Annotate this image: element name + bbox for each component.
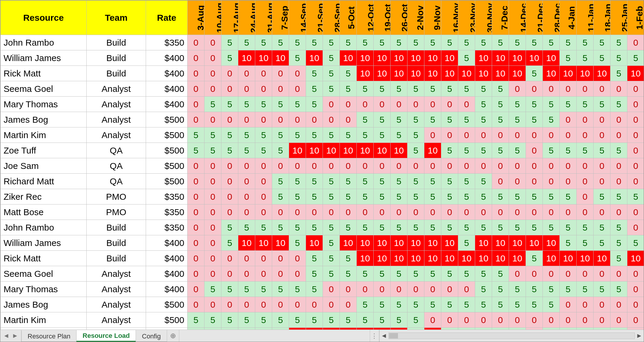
load-cell[interactable]: 0 bbox=[594, 81, 610, 97]
load-cell[interactable]: 10 bbox=[492, 251, 509, 266]
load-cell[interactable]: 5 bbox=[594, 189, 610, 204]
rate-cell[interactable]: $400 bbox=[146, 235, 188, 251]
rate-cell[interactable]: $400 bbox=[146, 66, 188, 81]
load-cell[interactable]: 0 bbox=[204, 50, 221, 66]
load-cell[interactable]: 10 bbox=[407, 251, 424, 266]
load-cell[interactable]: 5 bbox=[289, 97, 306, 112]
load-cell[interactable]: 10 bbox=[424, 143, 441, 158]
load-cell[interactable]: 0 bbox=[560, 81, 577, 97]
load-cell[interactable]: 10 bbox=[560, 66, 577, 81]
load-cell[interactable]: 5 bbox=[458, 297, 475, 312]
header-date[interactable]: 14-Dec bbox=[509, 1, 526, 35]
load-cell[interactable]: 5 bbox=[272, 189, 289, 204]
load-cell[interactable]: 5 bbox=[289, 312, 306, 328]
load-cell[interactable]: 0 bbox=[610, 112, 627, 127]
load-cell[interactable]: 0 bbox=[204, 235, 221, 251]
header-date[interactable]: 17-Aug bbox=[221, 1, 238, 35]
load-cell[interactable]: 0 bbox=[627, 35, 644, 50]
load-cell[interactable]: 0 bbox=[594, 297, 610, 312]
load-cell[interactable]: 0 bbox=[594, 204, 610, 220]
load-cell[interactable]: 0 bbox=[577, 297, 594, 312]
load-cell[interactable]: 10 bbox=[458, 251, 475, 266]
load-cell[interactable]: 5 bbox=[475, 112, 492, 127]
load-cell[interactable]: 0 bbox=[543, 127, 560, 143]
load-cell[interactable]: 5 bbox=[560, 189, 577, 204]
load-cell[interactable]: 0 bbox=[188, 158, 204, 174]
load-cell[interactable]: 5 bbox=[458, 235, 475, 251]
load-cell[interactable]: 5 bbox=[492, 297, 509, 312]
load-cell[interactable]: 5 bbox=[323, 312, 340, 328]
load-cell[interactable]: 5 bbox=[238, 143, 255, 158]
resource-name-cell[interactable]: Joe Sam bbox=[1, 158, 87, 174]
resource-name-cell[interactable]: James Bog bbox=[1, 112, 87, 127]
load-cell[interactable]: 0 bbox=[526, 204, 543, 220]
load-cell[interactable]: 5 bbox=[458, 50, 475, 66]
load-cell[interactable]: 5 bbox=[238, 312, 255, 328]
load-cell[interactable]: 5 bbox=[357, 112, 374, 127]
sheet-tab[interactable]: Resource Plan bbox=[21, 331, 77, 342]
load-cell[interactable]: 0 bbox=[255, 66, 272, 81]
load-cell[interactable]: 10 bbox=[407, 235, 424, 251]
load-cell[interactable]: 5 bbox=[475, 297, 492, 312]
load-cell[interactable]: 0 bbox=[340, 158, 357, 174]
load-cell[interactable]: 0 bbox=[340, 297, 357, 312]
load-cell[interactable]: 5 bbox=[610, 35, 627, 50]
load-cell[interactable]: 5 bbox=[424, 297, 441, 312]
load-cell[interactable]: 5 bbox=[441, 297, 458, 312]
resource-name-cell[interactable]: Zoe Tuff bbox=[1, 143, 87, 158]
rate-cell[interactable]: $350 bbox=[146, 220, 188, 235]
load-cell[interactable]: 5 bbox=[357, 297, 374, 312]
team-cell[interactable]: QA bbox=[87, 174, 146, 189]
load-cell[interactable]: 5 bbox=[391, 220, 407, 235]
team-cell[interactable]: Analyst bbox=[87, 97, 146, 112]
load-cell[interactable]: 0 bbox=[627, 282, 644, 297]
load-cell[interactable]: 0 bbox=[289, 81, 306, 97]
team-cell[interactable]: PMO bbox=[87, 189, 146, 204]
load-cell[interactable]: 0 bbox=[594, 174, 610, 189]
load-cell[interactable]: 0 bbox=[221, 189, 238, 204]
load-cell[interactable]: 0 bbox=[323, 204, 340, 220]
team-cell[interactable]: Analyst bbox=[87, 282, 146, 297]
load-cell[interactable]: 5 bbox=[306, 81, 323, 97]
load-cell[interactable]: 10 bbox=[492, 66, 509, 81]
load-cell[interactable]: 10 bbox=[492, 50, 509, 66]
load-cell[interactable]: 0 bbox=[560, 312, 577, 328]
load-cell[interactable]: 5 bbox=[357, 312, 374, 328]
load-cell[interactable]: 0 bbox=[424, 158, 441, 174]
header-date[interactable]: 9-Nov bbox=[424, 1, 441, 35]
load-cell[interactable]: 5 bbox=[374, 174, 391, 189]
load-cell[interactable]: 5 bbox=[391, 112, 407, 127]
load-cell[interactable]: 0 bbox=[441, 97, 458, 112]
load-cell[interactable]: 0 bbox=[221, 251, 238, 266]
load-cell[interactable]: 5 bbox=[610, 189, 627, 204]
load-cell[interactable]: 5 bbox=[221, 312, 238, 328]
team-cell[interactable]: Analyst bbox=[87, 297, 146, 312]
load-cell[interactable]: 10 bbox=[509, 235, 526, 251]
load-cell[interactable]: 0 bbox=[509, 266, 526, 282]
resource-name-cell[interactable]: Rick Matt bbox=[1, 66, 87, 81]
load-cell[interactable]: 0 bbox=[577, 312, 594, 328]
load-cell[interactable]: 10 bbox=[407, 66, 424, 81]
load-cell[interactable]: 5 bbox=[374, 35, 391, 50]
load-cell[interactable]: 5 bbox=[627, 189, 644, 204]
load-cell[interactable]: 5 bbox=[543, 189, 560, 204]
load-cell[interactable]: 0 bbox=[255, 204, 272, 220]
load-cell[interactable]: 0 bbox=[340, 282, 357, 297]
load-cell[interactable]: 5 bbox=[627, 50, 644, 66]
team-cell[interactable]: QA bbox=[87, 158, 146, 174]
load-cell[interactable]: 0 bbox=[188, 112, 204, 127]
load-cell[interactable]: 0 bbox=[526, 127, 543, 143]
resource-name-cell[interactable]: Rick Matt bbox=[1, 251, 87, 266]
load-cell[interactable]: 10 bbox=[255, 235, 272, 251]
load-cell[interactable]: 0 bbox=[238, 158, 255, 174]
load-cell[interactable]: 0 bbox=[526, 143, 543, 158]
load-cell[interactable]: 0 bbox=[306, 158, 323, 174]
load-cell[interactable]: 10 bbox=[475, 251, 492, 266]
load-cell[interactable]: 0 bbox=[221, 158, 238, 174]
load-cell[interactable]: 5 bbox=[594, 35, 610, 50]
header-date[interactable]: 5-Oct bbox=[340, 1, 357, 35]
load-cell[interactable]: 10 bbox=[391, 66, 407, 81]
load-cell[interactable]: 5 bbox=[526, 251, 543, 266]
load-cell[interactable]: 10 bbox=[391, 50, 407, 66]
load-cell[interactable]: 0 bbox=[221, 81, 238, 97]
